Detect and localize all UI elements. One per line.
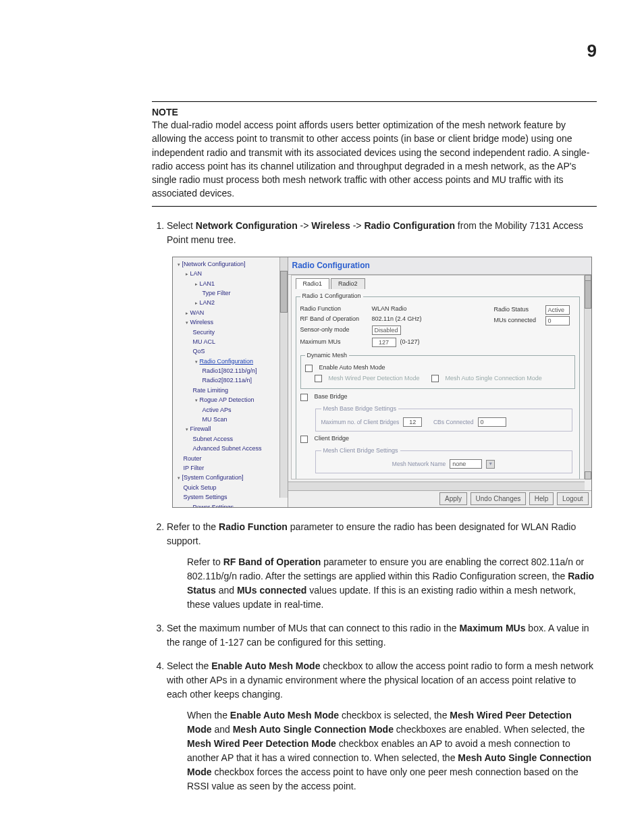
label-wired-peer: Mesh Wired Peer Detection Mode [329, 374, 420, 384]
label-cbs-connected: CBs Connected [433, 418, 474, 427]
tree-lan[interactable]: ▸LAN [174, 269, 288, 278]
txt: -> [298, 220, 312, 231]
dynamic-mesh-group: Dynamic Mesh Enable Auto Mesh Mode Mesh … [300, 351, 575, 390]
txt: -> [350, 220, 365, 231]
select-mesh-network-name[interactable]: none [450, 459, 482, 469]
note-text: The dual-radio model access point afford… [152, 118, 597, 201]
tree-collapse-icon: ▾ [176, 261, 182, 268]
tree-system-configuration[interactable]: ▾[System Configuration] [174, 473, 288, 482]
radio-tabs: Radio1 Radio2 [296, 278, 580, 290]
tree-network-configuration[interactable]: ▾[Network Configuration] [174, 259, 288, 269]
checkbox-wired-peer[interactable] [315, 375, 322, 382]
tree-activeaps[interactable]: Active APs [174, 405, 288, 415]
tree-wireless[interactable]: ▾Wireless [174, 317, 288, 327]
tree-wan[interactable]: ▸WAN [174, 308, 288, 317]
tree-scrollbar[interactable] [279, 257, 288, 498]
checkbox-client-bridge[interactable] [300, 436, 308, 443]
tree-subnet[interactable]: Subnet Access [174, 434, 288, 444]
tree-lan1[interactable]: ▸LAN1 [174, 279, 288, 288]
value-rf-band: 802.11n (2.4 GHz) [372, 315, 422, 324]
value-sensor-mode[interactable]: Disabled [372, 325, 401, 335]
label-mesh-network-name: Mesh Network Name [392, 460, 446, 469]
bold: Radio Configuration [364, 220, 455, 231]
checkbox-base-bridge[interactable] [300, 394, 308, 401]
tab-radio2[interactable]: Radio2 [331, 278, 365, 290]
label-radio-function: Radio Function [300, 305, 368, 314]
tree-advsubnet[interactable]: Advanced Subnet Access [174, 444, 288, 453]
tab-radio1[interactable]: Radio1 [296, 278, 330, 290]
value-radio-status: Active [545, 305, 570, 315]
action-buttons: Apply Undo Changes Help Logout [288, 490, 591, 507]
legend: Mesh Client Bridge Settings [321, 446, 400, 456]
label-mus-connected: MUs connected [494, 316, 541, 325]
tree-qos[interactable]: QoS [174, 346, 288, 356]
tree-rogue[interactable]: ▾Rogue AP Detection [174, 395, 288, 405]
bold: Radio Function [219, 521, 288, 532]
value-cbs-connected: 0 [478, 417, 506, 427]
tree-lan2[interactable]: ▸LAN2 [174, 298, 288, 307]
value-mus-connected: 0 [545, 316, 570, 325]
label-rf-band: RF Band of Operation [300, 315, 368, 324]
txt: Select [167, 220, 196, 231]
tree-ipfilter[interactable]: IP Filter [174, 463, 288, 473]
content-vertical-scrollbar[interactable] [585, 275, 591, 479]
instruction-list: Select Network Configuration -> Wireless… [152, 219, 597, 793]
tree-power[interactable]: Power Settings [174, 502, 288, 507]
checkbox-auto-single[interactable] [431, 375, 439, 382]
label-base-bridge: Base Bridge [315, 392, 348, 402]
tree-ratelimit[interactable]: Rate Limiting [174, 386, 288, 395]
mesh-base-bridge-settings: Mesh Base Bridge Settings Maximum no. of… [315, 405, 572, 432]
label-max-mus: Maximum MUs [300, 338, 368, 347]
content-horizontal-scrollbar[interactable] [288, 481, 585, 490]
txt: Refer to the [167, 521, 219, 532]
step-2: Refer to the Radio Function parameter to… [167, 520, 597, 612]
legend: Radio 1 Configuration [300, 292, 363, 301]
note-block: NOTE The dual-radio model access point a… [152, 101, 597, 207]
page-number: 9 [587, 41, 597, 61]
step-4: Select the Enable Auto Mesh Mode checkbo… [167, 659, 597, 793]
legend: Mesh Base Bridge Settings [321, 405, 399, 414]
tree-syssettings[interactable]: System Settings [174, 492, 288, 502]
bold: Wireless [311, 220, 350, 231]
tree-radio1[interactable]: Radio1[802.11b/g/n] [174, 366, 288, 375]
label-sensor-mode: Sensor-only mode [300, 325, 368, 335]
label-auto-single: Mesh Auto Single Connection Mode [446, 374, 542, 384]
input-max-mus[interactable]: 127 [372, 338, 396, 347]
tree-router[interactable]: Router [174, 454, 288, 463]
tree-radio2[interactable]: Radio2[802.11a/n] [174, 375, 288, 385]
radio-config-screenshot: ▾[Network Configuration] ▸LAN ▸LAN1 Type… [172, 257, 592, 508]
label-enable-auto-mesh: Enable Auto Mesh Mode [319, 363, 385, 373]
content-pane: Radio Configuration Radio1 Radio2 Radio … [288, 257, 591, 507]
nav-tree[interactable]: ▾[Network Configuration] ▸LAN ▸LAN1 Type… [173, 257, 288, 507]
content-title: Radio Configuration [288, 257, 591, 275]
step-1: Select Network Configuration -> Wireless… [167, 219, 597, 508]
label-client-bridge: Client Bridge [315, 434, 350, 444]
step-3: Set the maximum number of MUs that can c… [167, 621, 597, 650]
radio1-config-group: Radio 1 Configuration Radio FunctionWLAN… [296, 292, 580, 479]
label-max-cb: Maximum no. of Client Bridges [321, 418, 400, 427]
tree-muacl[interactable]: MU ACL [174, 337, 288, 346]
tree-typefilter[interactable]: Type Filter [174, 288, 288, 298]
chevron-down-icon[interactable]: ▼ [486, 460, 495, 469]
hint-max-mus: (0-127) [400, 338, 420, 347]
mesh-client-bridge-settings: Mesh Client Bridge Settings Mesh Network… [315, 446, 572, 474]
tree-firewall[interactable]: ▾Firewall [174, 424, 288, 434]
label-radio-status: Radio Status [494, 305, 541, 315]
value-radio-function: WLAN Radio [372, 305, 407, 314]
bold: Network Configuration [196, 220, 298, 231]
note-label: NOTE [152, 107, 178, 118]
help-button[interactable]: Help [529, 492, 554, 505]
undo-changes-button[interactable]: Undo Changes [471, 492, 527, 505]
logout-button[interactable]: Logout [557, 492, 589, 505]
input-max-cb[interactable]: 12 [403, 417, 422, 427]
tree-radio-configuration[interactable]: ▾Radio Configuration [174, 357, 288, 366]
legend: Dynamic Mesh [305, 351, 350, 361]
tree-muscan[interactable]: MU Scan [174, 415, 288, 424]
step-4-note: When the Enable Auto Mesh Mode checkbox … [187, 708, 597, 793]
apply-button[interactable]: Apply [439, 492, 467, 505]
checkbox-enable-auto-mesh[interactable] [305, 365, 313, 372]
tree-security[interactable]: Security [174, 328, 288, 337]
tree-quick[interactable]: Quick Setup [174, 483, 288, 492]
step-2-note: Refer to RF Band of Operation parameter … [187, 555, 597, 612]
